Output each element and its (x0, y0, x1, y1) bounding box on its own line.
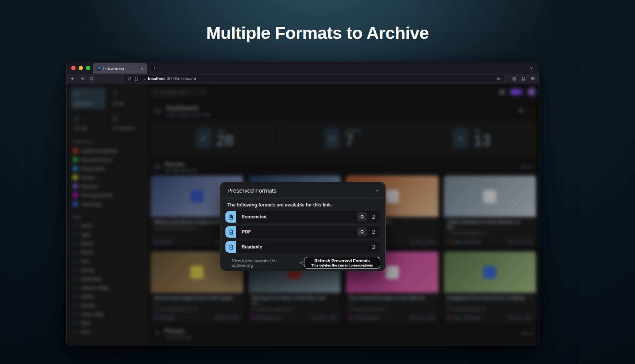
link-card-4[interactable]: 3 Wrist Stretches for Desk Workers to Do… (444, 176, 536, 246)
expand-chevron-icon[interactable]: › (140, 193, 141, 197)
collection-item-recipes[interactable]: Recipes (71, 173, 144, 182)
tag-item-gaming[interactable]: # gaming (71, 265, 144, 274)
close-icon[interactable]: × (375, 188, 378, 193)
new-link-button[interactable]: + (510, 89, 523, 96)
link-title: 8 equipment free exercises for sculpting… (447, 295, 527, 306)
link-url[interactable]: www.macstories.net (349, 307, 435, 311)
card-menu-button[interactable]: ⋯ (236, 295, 240, 306)
new-tab-button[interactable]: + (153, 62, 156, 74)
open-readable-button[interactable] (368, 242, 378, 252)
tag-item-food[interactable]: # food (71, 257, 144, 265)
collection-name: Technology (81, 202, 101, 206)
collection-dot (154, 317, 156, 319)
maximize-window-button[interactable] (86, 66, 90, 70)
save-to-library-icon[interactable] (521, 76, 526, 81)
account-icon[interactable] (512, 76, 517, 81)
collection-color-chip (73, 148, 78, 153)
stat-value: 13 (474, 133, 491, 148)
sidebar-nav-all-collections[interactable]: All Collections (109, 112, 144, 134)
page-info-icon[interactable] (134, 77, 138, 81)
sidebar-nav-dashboard[interactable]: Dashboard (71, 87, 106, 109)
tag-item-virtual-reality[interactable]: # virtual reality (71, 310, 144, 319)
collection-item-project-alpha[interactable]: Project Alpha (71, 164, 144, 173)
formats-list: Screenshot PDF Readable (225, 211, 380, 253)
link-url-text: pubmed.ncbi.nlm.nih.gov (159, 226, 198, 230)
shield-icon[interactable] (127, 77, 131, 81)
collection-item-technology[interactable]: Technology (71, 200, 144, 208)
card-body: 3 Wrist Stretches for Desk Workers to Do… (444, 217, 536, 246)
browser-tab[interactable]: Linkwarden × (93, 63, 147, 74)
card-menu-button[interactable]: ⋯ (529, 220, 533, 230)
folder-icon (112, 116, 118, 121)
download-pdf-button[interactable] (357, 227, 367, 237)
bookmark-star-icon[interactable] (496, 77, 501, 81)
collections-header: Collections (73, 139, 141, 144)
link-url-text: www.macstories.net (354, 307, 385, 311)
open-screenshot-button[interactable] (368, 212, 378, 221)
card-menu-button[interactable]: ⋯ (431, 220, 435, 225)
tag-item-studies[interactable]: # studies (71, 292, 144, 301)
tag-item-fitness[interactable]: # fitness (71, 248, 144, 257)
tab-close-icon[interactable]: × (141, 66, 143, 71)
pinned-view-all-link[interactable]: View All (521, 332, 533, 335)
format-label: Screenshot (242, 214, 267, 220)
recent-view-all-link[interactable]: View All (521, 165, 533, 169)
preview-badge (483, 190, 496, 203)
permissions-icon[interactable] (141, 77, 145, 81)
card-menu-button[interactable]: ⋯ (529, 295, 533, 306)
stat-collections-tile (324, 128, 340, 149)
tag-item-apple[interactable]: # apple (71, 230, 144, 239)
toolbar-right-icons (512, 76, 535, 81)
collapse-chevron-icon[interactable] (528, 108, 533, 113)
tag-item-finance[interactable]: # finance (71, 239, 144, 248)
search-input[interactable]: Search for Links (151, 88, 208, 96)
card-menu-button[interactable]: ⋯ (431, 295, 435, 306)
link-url[interactable]: www.morningbrew.com (252, 307, 338, 311)
preserved-formats-modal: Preserved Formats × The following format… (220, 182, 386, 271)
tag-item-theories[interactable]: # theories (71, 301, 144, 310)
app-viewport: Dashboard Pinned All Links All Collectio… (67, 84, 539, 346)
collection-item-health-and-wellness[interactable]: Health And Wellness › (71, 146, 144, 155)
calendar-icon (508, 240, 511, 244)
theme-toggle-icon[interactable] (499, 89, 505, 95)
link-url[interactable]: www.fitnessguide.com (447, 307, 533, 311)
link-card-8[interactable]: 8 equipment free exercises for sculpting… (444, 252, 536, 322)
card-menu-button[interactable]: ⋯ (333, 295, 337, 306)
pin-icon (112, 91, 118, 97)
browser-window: Linkwarden × + localhost:3000/dashboard (66, 62, 539, 346)
calendar-icon (215, 240, 218, 244)
card-date: Dec 31, 2023 (410, 240, 435, 244)
minimize-window-button[interactable] (79, 66, 83, 70)
format-actions (357, 212, 378, 221)
stat-collections: Collections 7 (279, 121, 408, 155)
menu-hamburger-icon[interactable] (531, 76, 535, 81)
chevron-down-icon[interactable] (138, 140, 141, 144)
tag-item-wfh[interactable]: # WFH (71, 319, 144, 327)
expand-chevron-icon[interactable]: › (140, 149, 141, 153)
search-placeholder: Search for Links (160, 90, 186, 94)
url-bar[interactable]: localhost:3000/dashboard (124, 75, 504, 82)
archive-org-link[interactable]: View latest snapshot on archive.org (232, 258, 304, 268)
tag-item-productivity[interactable]: # productivity (71, 274, 144, 283)
collection-item-research[interactable]: Research (71, 182, 144, 191)
link-url[interactable]: www.wellandgood.com (447, 231, 533, 235)
reload-icon[interactable] (89, 76, 94, 81)
tab-list-chevron-icon[interactable] (529, 62, 534, 74)
collection-item-self-improvement[interactable]: Self Improvement › (71, 191, 144, 200)
forward-icon[interactable] (80, 76, 84, 81)
link-url[interactable]: www.florianbellmann.com (154, 307, 240, 311)
sidebar-nav-pinned[interactable]: Pinned (109, 87, 144, 109)
download-screenshot-button[interactable] (357, 212, 367, 221)
sidebar-nav-all-links[interactable]: All Links (71, 112, 106, 134)
view-grid-icon[interactable] (519, 108, 523, 113)
refresh-preserved-formats-button[interactable]: Refresh Preserved Formats This deletes t… (304, 257, 380, 269)
avatar[interactable] (527, 88, 536, 96)
url-rest: :3000/dashboard (166, 76, 196, 81)
close-window-button[interactable] (71, 66, 76, 70)
back-icon[interactable] (71, 76, 75, 81)
tag-item-advice[interactable]: # advice (71, 221, 144, 230)
collection-item-personal-finance[interactable]: Personal Finance (71, 155, 144, 164)
open-pdf-button[interactable] (368, 227, 378, 237)
tag-item-work[interactable]: # work (71, 327, 144, 336)
tag-item-software-design[interactable]: # software design (71, 283, 144, 292)
